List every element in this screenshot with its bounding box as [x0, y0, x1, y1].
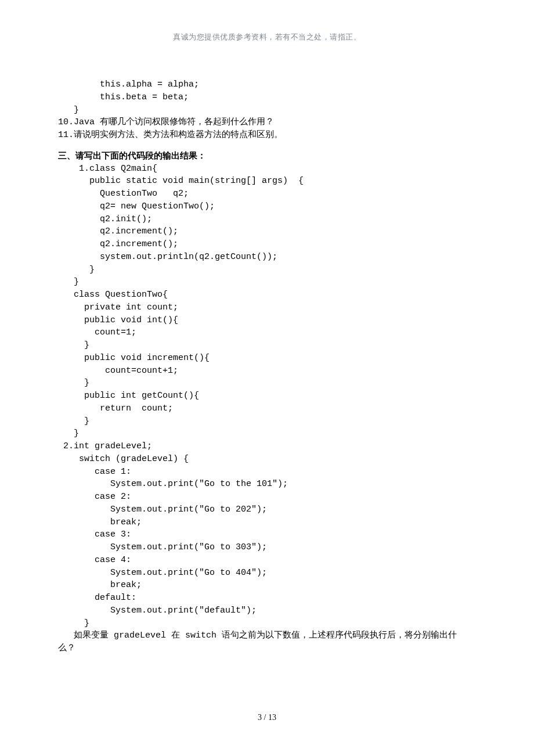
- code-line: class QuestionTwo{: [58, 289, 477, 301]
- code-line: }: [58, 617, 477, 630]
- code-line: case 1:: [58, 466, 477, 478]
- code-line: public void increment(){: [58, 352, 477, 365]
- code-line: }: [58, 377, 477, 390]
- code-line: System.out.print("default");: [58, 604, 477, 617]
- code-line: }: [58, 427, 477, 440]
- page-header: 真诚为您提供优质参考资料，若有不当之处，请指正。: [0, 0, 534, 42]
- code-block-1: 1.class Q2main{ public static void main(…: [58, 163, 477, 630]
- code-line: q2.increment();: [58, 238, 477, 251]
- code-line: 1.class Q2main{: [58, 163, 477, 175]
- code-line: break;: [58, 516, 477, 529]
- question-11: 11.请说明实例方法、类方法和构造器方法的特点和区别。: [58, 129, 477, 142]
- followup-line-a: 如果变量 gradeLevel 在 switch 语句之前为以下数值，上述程序代…: [58, 629, 477, 642]
- code-line: switch (gradeLevel) {: [58, 453, 477, 466]
- section-3-title: 三、请写出下面的代码段的输出结果：: [58, 150, 477, 163]
- code-line: q2.init();: [58, 213, 477, 226]
- code-line: }: [58, 264, 477, 276]
- code-line: }: [58, 415, 477, 428]
- code-line: case 4:: [58, 554, 477, 567]
- code-line: private int count;: [58, 301, 477, 314]
- code-line: public void int(){: [58, 314, 477, 327]
- code-line: case 2:: [58, 491, 477, 503]
- code-line: q2.increment();: [58, 225, 477, 238]
- code-line: }: [58, 276, 477, 289]
- header-text: 真诚为您提供优质参考资料，若有不当之处，请指正。: [173, 33, 361, 41]
- question-10: 10.Java 有哪几个访问权限修饰符，各起到什么作用？: [58, 116, 477, 129]
- code-line: QuestionTwo q2;: [58, 188, 477, 200]
- code-line: return count;: [58, 402, 477, 415]
- document-content: this.alpha = alpha; this.beta = beta; } …: [0, 42, 534, 655]
- code-line: }: [58, 104, 477, 117]
- code-line: count=1;: [58, 326, 477, 339]
- code-line: q2= new QuestionTwo();: [58, 200, 477, 213]
- code-line: System.out.print("Go to 202");: [58, 503, 477, 516]
- code-line: System.out.print("Go to the 101");: [58, 478, 477, 491]
- code-line: count=count+1;: [58, 365, 477, 377]
- followup-line-b: 么？: [58, 642, 477, 655]
- page-number: 3 / 13: [258, 713, 276, 722]
- code-line: break;: [58, 579, 477, 592]
- code-line: System.out.print("Go to 404");: [58, 567, 477, 579]
- code-pre-block: this.alpha = alpha; this.beta = beta; }: [58, 78, 477, 116]
- code-line: system.out.println(q2.getCount());: [58, 251, 477, 264]
- page-footer: 3 / 13: [0, 712, 534, 723]
- code-line: default:: [58, 592, 477, 604]
- code-line: System.out.print("Go to 303");: [58, 541, 477, 554]
- code-line: case 3:: [58, 528, 477, 541]
- code-line: }: [58, 339, 477, 352]
- code-line: this.alpha = alpha;: [58, 78, 477, 91]
- code-line: public int getCount(){: [58, 390, 477, 402]
- code-line: public static void main(string[] args) {: [58, 175, 477, 188]
- code-line: 2.int gradeLevel;: [58, 440, 477, 453]
- code-line: this.beta = beta;: [58, 91, 477, 104]
